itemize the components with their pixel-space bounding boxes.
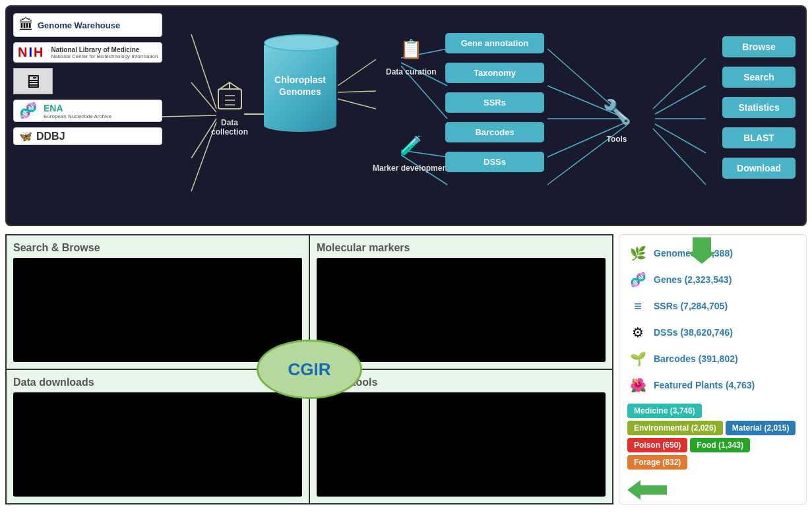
molecular-markers-title: Molecular markers [317,242,606,254]
svg-line-7 [338,59,376,86]
ssrs-icon: ≡ [627,295,648,317]
ssrs-stat-row: ≡ SSRs (7,284,705) [627,295,798,317]
ncbi-label: National Center for Biotechnology Inform… [51,53,158,59]
barcodes-label: Barcodes (391,802) [654,353,738,364]
tools-area: 🔧 Tools [597,92,637,144]
taxonomy-box[interactable]: Taxonomy [445,63,544,83]
barcodes-stat-row: 🌱 Barcodes (391,802) [627,348,798,369]
featured-plants-label: Featured Plants (4,763) [654,380,755,390]
ddbj-label: DDBJ [36,131,65,142]
genome-warehouse-label: Genome Warehouse [38,20,120,30]
svg-line-23 [655,124,706,153]
curation-icon: 📋 [395,33,427,65]
ddbj-logo: 🦋 DDBJ [13,127,162,145]
online-tools-content [317,392,606,497]
cylinder-shape: ChloroplastGenomes [264,40,336,132]
material-tag[interactable]: Material (2,015) [726,421,796,435]
ssrs-label: SSRs (7,284,705) [654,301,728,311]
ena-label: ENA [44,103,111,113]
statistics-button[interactable]: Statistics [722,97,796,118]
forage-tag[interactable]: Forage (832) [627,455,687,470]
medicine-tag[interactable]: Medicine (3,746) [627,404,702,418]
data-collection: Datacollection [211,79,248,137]
dsss-stat-row: ⚙ DSSs (38,620,746) [627,322,798,343]
search-browse-title: Search & Browse [13,242,302,254]
svg-line-21 [655,86,706,114]
svg-line-8 [338,91,376,92]
green-arrow-container [687,237,716,266]
green-down-arrow [687,237,716,264]
molecular-markers-panel: Molecular markers [310,235,612,369]
online-tools-panel: Online tools [310,370,612,503]
panels-grid: Search & Browse Molecular markers Data d… [5,234,613,504]
search-button[interactable]: Search [722,67,796,88]
data-downloads-panel: Data downloads [7,370,309,503]
top-diagram-section: 🏛 Genome Warehouse N I H National Librar… [5,5,807,226]
genome-warehouse-logo: 🏛 Genome Warehouse [13,13,162,37]
food-tag[interactable]: Food (1,343) [690,438,750,452]
data-collection-label: Datacollection [211,118,248,137]
server-logo: 🖥 [13,68,53,94]
data-curation-label: Data curation [386,67,437,76]
stats-panel: 🌿 Genomes (19,388) 🧬 Genes (2,323,543) ≡… [619,234,807,504]
svg-rect-25 [218,89,241,109]
cgir-oval: CGIR [257,340,362,399]
dsss-box[interactable]: DSSs [445,152,544,172]
left-green-arrow [627,480,667,500]
nih-logo: N I H National Library of Medicine Natio… [13,42,162,63]
blue-boxes-area: Gene annotation Taxonomy SSRs Barcodes D… [445,33,544,172]
poison-tag[interactable]: Poison (650) [627,438,687,452]
browse-button[interactable]: Browse [722,36,796,57]
collection-icon [212,79,248,115]
genes-icon: 🧬 [627,269,648,290]
ssrs-box[interactable]: SSRs [445,92,544,113]
tools-icon: 🔧 [597,92,637,132]
marker-development: 🧪 Marker development [373,129,450,173]
download-button[interactable]: Download [722,158,796,179]
chloroplast-label: ChloroplastGenomes [274,74,326,98]
genes-label: Genes (2,323,543) [654,274,732,285]
featured-plants-stat-row: 🌺 Featured Plants (4,763) [627,375,798,396]
data-downloads-content [13,392,302,497]
left-arrow-container [627,480,798,500]
svg-line-9 [338,99,376,109]
marker-dev-label: Marker development [373,164,450,173]
svg-marker-31 [687,237,716,264]
genes-stat-row: 🧬 Genes (2,323,543) [627,269,798,290]
svg-line-20 [653,58,706,109]
svg-line-24 [653,129,706,185]
marker-icon: 🧪 [395,129,427,161]
svg-marker-32 [627,480,667,500]
cgir-label: CGIR [288,359,331,380]
featured-plants-icon: 🌺 [627,375,648,396]
search-browse-content [13,258,302,362]
dsss-icon: ⚙ [627,322,648,343]
barcodes-icon: 🌱 [627,348,648,369]
search-browse-panel: Search & Browse [7,235,309,369]
category-tags: Medicine (3,746) Environmental (2,026) M… [627,404,798,470]
middle-icons: 📋 Data curation 🧪 Marker development [373,33,450,173]
chloroplast-cylinder: ChloroplastGenomes [264,40,336,132]
tools-label: Tools [606,135,627,144]
bottom-section: Search & Browse Molecular markers Data d… [5,234,807,504]
online-tools-title: Online tools [317,377,606,388]
barcodes-box[interactable]: Barcodes [445,122,544,142]
gene-annotation-box[interactable]: Gene annotation [445,33,544,53]
ena-logo: 🧬 ENA European Nucleotide Archive [13,100,162,122]
sources-area: 🏛 Genome Warehouse N I H National Librar… [13,13,162,145]
environmental-tag[interactable]: Environmental (2,026) [627,421,723,435]
dsss-label: DSSs (38,620,746) [654,327,733,338]
genomes-icon: 🌿 [627,243,648,264]
action-buttons: Browse Search Statistics BLAST Download [722,36,796,179]
data-curation: 📋 Data curation [373,33,450,76]
nih-label: National Library of Medicine [51,46,158,53]
molecular-markers-content [317,258,606,362]
blast-button[interactable]: BLAST [722,127,796,148]
